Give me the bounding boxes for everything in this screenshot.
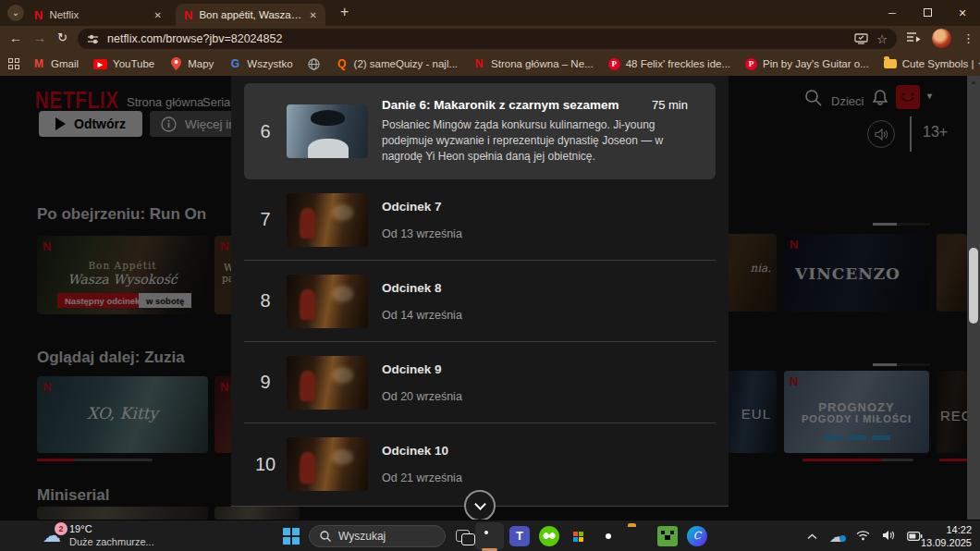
episode-date: Od 20 września: [382, 390, 688, 403]
teams-taskbar-icon[interactable]: T: [509, 526, 530, 546]
tab-netflix[interactable]: N Netflix ✕: [26, 4, 170, 26]
youtube-icon: ▶: [93, 59, 107, 69]
episode-row-7[interactable]: 7 Odcinek 7 Od 13 września: [244, 179, 716, 261]
maximize-button[interactable]: [910, 0, 945, 26]
taskbar-clock[interactable]: 14:22 13.09.2025: [921, 524, 972, 549]
weather-cloud-icon: ☁2: [43, 523, 61, 547]
netflix-page: NETFLIX Strona główna Seriale Dzieci ▼ O…: [0, 76, 980, 520]
gmail-icon: M: [32, 57, 45, 70]
episode-thumbnail[interactable]: [287, 275, 368, 328]
episode-title: Odcinek 8: [382, 281, 688, 295]
tab-title: Bon appétit, Wasza Wysokość –: [199, 9, 302, 20]
canva-taskbar-icon[interactable]: C: [687, 526, 707, 546]
active-app-highlight: [475, 522, 504, 550]
tray-chevron-up-icon[interactable]: [807, 533, 817, 540]
taskbar: ☁2 19°C Duże zachmurze... Wyszukaj T C ☁: [0, 520, 980, 551]
wifi-icon[interactable]: [856, 528, 870, 545]
scrollbar-thumb[interactable]: [969, 248, 978, 324]
netflix-favicon: N: [34, 8, 43, 22]
episode-thumbnail[interactable]: [287, 437, 368, 491]
episode-number: 10: [244, 454, 287, 475]
browser-profile-avatar[interactable]: [932, 29, 951, 48]
start-button[interactable]: [283, 528, 300, 545]
bookmark-cute-symbols-folder[interactable]: Cute Symbols | ･'❀...: [876, 57, 980, 70]
episode-number: 7: [244, 209, 287, 230]
bookmark-star-icon[interactable]: ☆: [876, 32, 888, 46]
bookmarks-bar: MGmail ▶YouTube Mapy GWszystko Q(2) same…: [0, 52, 980, 76]
browser-toolbar: ← → ↻ netflix.com/browse?jbv=82024852 ☆ …: [0, 26, 980, 52]
address-bar[interactable]: netflix.com/browse?jbv=82024852 ☆: [78, 29, 897, 49]
minecraft-taskbar-icon[interactable]: [657, 526, 678, 546]
close-button[interactable]: ✕: [945, 0, 980, 26]
duolingo-taskbar-icon[interactable]: [539, 526, 559, 546]
bookmark-netflix-home[interactable]: NStrona główna – Ne...: [465, 57, 601, 70]
tab-close-icon[interactable]: ✕: [154, 10, 162, 20]
screen: ⌄ N Netflix ✕ N Bon appétit, Wasza Wysok…: [0, 0, 980, 551]
pinterest-icon: P: [745, 58, 757, 70]
pinterest-icon: P: [608, 58, 620, 70]
browser-menu-icon[interactable]: ⋮: [962, 31, 974, 45]
bookmark-pinterest-jay[interactable]: PPin by Jay's Guitar o...: [738, 58, 876, 70]
episode-date: Od 14 września: [382, 309, 688, 322]
reload-button[interactable]: ↻: [57, 31, 67, 44]
new-tab-button[interactable]: +: [340, 4, 349, 20]
clock-time: 14:22: [921, 524, 972, 537]
apps-grid-icon[interactable]: [8, 58, 19, 69]
episode-thumbnail[interactable]: [287, 356, 368, 410]
episode-number: 6: [244, 121, 287, 142]
bookmark-globe[interactable]: [300, 57, 328, 70]
episode-list-panel: 6 Danie 6: Makaronik z czarnym sezamem 7…: [231, 76, 729, 507]
netflix-favicon: N: [184, 8, 192, 22]
folder-icon: [884, 59, 897, 68]
tab-close-icon[interactable]: ✕: [310, 10, 317, 20]
search-placeholder: Wyszukaj: [338, 530, 386, 543]
globe-icon: [308, 57, 321, 70]
media-controls-icon[interactable]: [906, 31, 921, 47]
back-button[interactable]: ←: [9, 31, 22, 45]
maps-pin-icon: [169, 57, 182, 70]
episode-duration: 75 min: [652, 98, 688, 112]
taskbar-search[interactable]: Wyszukaj: [309, 525, 446, 547]
episode-number: 8: [244, 290, 287, 312]
url-text[interactable]: netflix.com/browse?jbv=82024852: [107, 32, 846, 45]
bookmark-wszystko[interactable]: GWszystko: [221, 57, 300, 70]
volume-icon[interactable]: [882, 528, 895, 545]
task-view-button[interactable]: [454, 526, 474, 546]
send-to-device-icon[interactable]: [854, 33, 868, 44]
onedrive-icon[interactable]: ☁: [829, 528, 844, 545]
episode-title: Odcinek 7: [382, 200, 688, 214]
bookmark-gmail[interactable]: MGmail: [25, 57, 86, 70]
episode-title: Odcinek 10: [382, 444, 688, 458]
episode-description: Posłaniec Mingów żąda konkursu kulinarne…: [382, 117, 688, 164]
site-settings-icon[interactable]: [87, 33, 99, 45]
episode-row-8[interactable]: 8 Odcinek 8 Od 14 września: [244, 261, 716, 342]
window-controls: ─ ✕: [875, 0, 980, 26]
scroll-up-arrow-icon[interactable]: ▲: [967, 76, 980, 89]
bookmark-samequizy[interactable]: Q(2) sameQuizy - najl...: [328, 57, 465, 70]
toolbar-right: ⋮: [906, 29, 974, 48]
tab-search-chevron-icon[interactable]: ⌄: [7, 5, 24, 21]
page-scrollbar[interactable]: ▲: [967, 76, 980, 520]
episode-thumbnail[interactable]: [287, 104, 368, 158]
tab-bon-appetit[interactable]: N Bon appétit, Wasza Wysokość – ✕: [176, 4, 325, 26]
episode-title: Danie 6: Makaronik z czarnym sezamem: [382, 98, 619, 112]
episode-row-9[interactable]: 9 Odcinek 9 Od 20 września: [244, 342, 716, 423]
episode-thumbnail[interactable]: [287, 193, 368, 247]
search-icon: [320, 531, 331, 542]
minimize-button[interactable]: ─: [875, 0, 910, 26]
episode-number: 9: [244, 372, 287, 393]
tab-title: Netflix: [49, 9, 147, 20]
bookmark-maps[interactable]: Mapy: [162, 57, 221, 70]
bookmark-youtube[interactable]: ▶YouTube: [86, 58, 162, 69]
episode-title: Odcinek 9: [382, 362, 688, 376]
bookmark-pinterest-felix[interactable]: P48 Felix' freckles ide...: [601, 58, 738, 70]
forward-button[interactable]: →: [33, 31, 46, 45]
system-tray: ☁: [807, 520, 923, 551]
weather-widget[interactable]: ☁2 19°C Duże zachmurze...: [43, 522, 154, 548]
netflix-n-icon: N: [472, 57, 485, 70]
weather-condition: Duże zachmurze...: [69, 535, 154, 548]
expand-episodes-button[interactable]: [464, 490, 496, 520]
episode-row-6[interactable]: 6 Danie 6: Makaronik z czarnym sezamem 7…: [244, 83, 716, 179]
weather-temp: 19°C: [69, 522, 154, 535]
notification-badge: 2: [55, 522, 67, 535]
